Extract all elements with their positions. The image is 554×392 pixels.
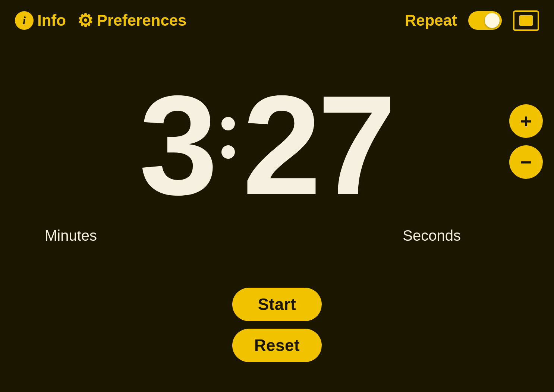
repeat-toggle[interactable] [468,11,502,30]
reset-button[interactable]: Reset [232,329,322,362]
toggle-thumb [485,13,500,28]
colon-dot-top [221,117,235,130]
timer-area: 3 27 Minutes Seconds [0,75,554,244]
seconds-label: Seconds [403,227,461,244]
info-icon: i [15,11,34,30]
timer-display: 3 27 [0,75,554,216]
preferences-button[interactable]: ⚙ Preferences [77,10,187,31]
start-button[interactable]: Start [232,288,322,321]
header-right: Repeat [405,10,539,31]
fullscreen-button[interactable] [513,10,539,31]
info-button[interactable]: i Info [15,11,66,30]
timer-colon [214,117,242,159]
preferences-label: Preferences [97,12,187,29]
decrement-button[interactable]: − [509,145,543,179]
repeat-label: Repeat [405,12,457,29]
info-label: Info [37,12,66,29]
colon-dot-bottom [221,145,235,159]
bottom-buttons: Start Reset [232,288,322,362]
app-header: i Info ⚙ Preferences Repeat [0,0,554,41]
adjust-buttons: + − [509,75,543,179]
gear-icon: ⚙ [77,10,93,31]
increment-button[interactable]: + [509,104,543,138]
minutes-label: Minutes [45,227,97,244]
header-left: i Info ⚙ Preferences [15,10,186,31]
seconds-display: 27 [242,75,393,216]
toggle-track [468,11,502,30]
minutes-display: 3 [139,75,214,216]
